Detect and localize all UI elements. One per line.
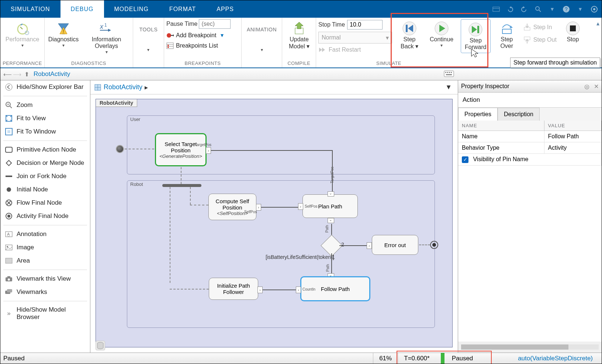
diagnostics-button[interactable]: ! Diagnostics ▾	[47, 19, 80, 49]
breakpoints-list-icon	[166, 42, 174, 49]
node-init-follower[interactable]: Initialize Path Follower	[209, 278, 258, 300]
tools-dropdown[interactable]: TOOLS ▾	[136, 25, 161, 54]
chevron-down-icon[interactable]: ▾	[548, 5, 557, 14]
svg-rect-33	[447, 72, 448, 73]
animation-dropdown[interactable]: ANIMATION ▾	[244, 25, 280, 54]
node-compute-self[interactable]: Compute Self Position <SelfPosition>	[208, 194, 256, 220]
hide-explorer-button[interactable]: Hide/Show Explorer Bar	[0, 80, 90, 94]
step-forward-button[interactable]: StepForward	[462, 20, 489, 52]
primitive-node-button[interactable]: Primitive Action Node	[0, 143, 90, 156]
fit-to-view-button[interactable]: Fit to View	[0, 112, 90, 125]
step-out-label: Step Out	[533, 37, 557, 43]
fork-label: Join or Fork Node	[17, 173, 66, 180]
tab-debug[interactable]: DEBUG	[60, 0, 104, 18]
initial-node-button[interactable]: Initial Node	[0, 183, 90, 196]
tab-modeling[interactable]: MODELING	[104, 0, 159, 18]
pin-plan-targetpos-in[interactable]	[328, 191, 334, 197]
viewmark-this-button[interactable]: Viewmark this View	[0, 272, 90, 285]
chevron-down-icon[interactable]: ▾	[576, 5, 585, 14]
status-solver[interactable]: auto(VariableStepDiscrete)	[512, 353, 599, 364]
horizontal-scrollbar[interactable]	[461, 344, 599, 350]
activity-final-label: Activity Final Node	[17, 212, 69, 220]
area-button[interactable]: Area	[0, 254, 90, 267]
table-row[interactable]: ✓ Visibility of Pin Name	[458, 154, 602, 166]
pause-time-input[interactable]	[199, 19, 231, 29]
annotation-button[interactable]: A̲ Annotation	[0, 228, 90, 241]
node-error-out[interactable]: Error out	[372, 235, 418, 255]
collapse-ribbon-icon[interactable]: ▴	[596, 20, 599, 27]
fit-to-window-button[interactable]: Fit To Window	[0, 125, 90, 138]
diamond-icon	[5, 159, 13, 167]
guard-battery: [isBatteryLifeSufficient(token)]	[266, 254, 334, 260]
data-store-icon[interactable]	[96, 341, 105, 350]
image-label: Image	[17, 244, 34, 251]
stop-button[interactable]: Stop	[561, 19, 585, 44]
add-breakpoint-button[interactable]: Add Breakpoint ▾	[166, 31, 224, 39]
sim-mode-dropdown[interactable]: Normal ▾	[318, 32, 392, 44]
help-icon[interactable]: ?	[562, 5, 571, 14]
table-row[interactable]: Name Follow Path	[458, 131, 602, 142]
step-in-label: Step In	[533, 24, 552, 31]
svg-text:!: !	[63, 28, 64, 34]
fork-node[interactable]	[162, 184, 201, 187]
target-icon[interactable]	[590, 5, 599, 14]
viewmarks-button[interactable]: Viewmarks	[0, 285, 90, 299]
image-icon	[5, 243, 13, 252]
flow-final-button[interactable]: Flow Final Node	[0, 196, 90, 209]
pin-error-in[interactable]	[367, 242, 372, 249]
image-button[interactable]: Image	[0, 241, 90, 254]
keyboard-icon[interactable]	[444, 70, 454, 79]
sim-mode-label: Normal	[322, 34, 341, 41]
step-back-button[interactable]: StepBack ▾	[397, 19, 422, 51]
inspector-title: Property Inspector	[461, 83, 509, 90]
decision-node-button[interactable]: Decision or Merge Node	[0, 156, 90, 170]
step-out-button[interactable]: Step Out	[523, 35, 557, 44]
pin-plan-path-out[interactable]	[328, 218, 334, 223]
undo-icon[interactable]	[506, 5, 515, 14]
update-model-button[interactable]: UpdateModel ▾	[284, 19, 314, 51]
pin-init-out[interactable]	[257, 287, 263, 293]
tab-properties[interactable]: Properties	[458, 108, 498, 121]
performance-button[interactable]: Performance ▾	[3, 19, 42, 49]
nav-forward-icon[interactable]: ⟶	[12, 69, 22, 79]
pin-panel-icon[interactable]: ◎	[584, 83, 589, 90]
shortcuts-icon[interactable]	[492, 5, 501, 14]
activity-final-button[interactable]: Activity Final Node	[0, 209, 90, 223]
pin-plan-selfpos-in[interactable]	[298, 203, 303, 210]
nav-back-icon[interactable]: ⟵	[3, 69, 12, 79]
nav-up-icon[interactable]: ⬆	[22, 69, 31, 79]
activity-final-node[interactable]	[430, 241, 438, 249]
tab-format[interactable]: FORMAT	[159, 0, 206, 18]
chevron-down-icon: ▾	[21, 43, 24, 48]
bar-icon	[5, 172, 13, 180]
fast-restart-button[interactable]: Fast Restart	[318, 46, 392, 54]
initial-node[interactable]	[116, 145, 124, 153]
model-browser-button[interactable]: » Hide/Show Model Browser	[0, 304, 90, 323]
svg-point-7	[593, 8, 595, 10]
zoom-button[interactable]: Zoom	[0, 98, 90, 112]
checkbox-checked-icon[interactable]: ✓	[462, 156, 468, 163]
step-in-button[interactable]: Step In	[523, 23, 557, 32]
step-over-button[interactable]: StepOver	[495, 19, 519, 51]
continue-button[interactable]: Continue ▾	[427, 19, 456, 49]
fork-node-button[interactable]: Join or Fork Node	[0, 170, 90, 183]
pin-plan-top-label: TargetPos	[330, 167, 334, 183]
edge	[190, 187, 191, 205]
info-overlays-button[interactable]: x1 Information Overlays ▾	[82, 19, 131, 56]
activity-canvas[interactable]: RobotActivity User Robot Select Target P…	[96, 99, 453, 347]
breakpoints-list-button[interactable]: Breakpoints List	[166, 42, 218, 50]
node-select-target[interactable]: Select Target Position <GeneratePosition…	[155, 133, 207, 166]
pin-follow-countin[interactable]	[296, 287, 301, 293]
close-panel-icon[interactable]: ✕	[594, 83, 599, 90]
pin-targetpos-out[interactable]	[206, 147, 211, 154]
table-row[interactable]: Behavior Type Activity	[458, 142, 602, 154]
stop-time-input[interactable]	[347, 20, 383, 30]
tab-apps[interactable]: APPS	[206, 0, 244, 18]
redo-icon[interactable]	[520, 5, 529, 14]
tab-description[interactable]: Description	[498, 108, 540, 121]
breadcrumb[interactable]: RobotActivity ▸ ▼	[90, 80, 458, 94]
search-icon[interactable]	[534, 5, 543, 14]
tab-simulation[interactable]: SIMULATION	[0, 0, 60, 18]
chevron-down-icon[interactable]: ▼	[445, 83, 452, 91]
svg-point-18	[167, 45, 169, 46]
